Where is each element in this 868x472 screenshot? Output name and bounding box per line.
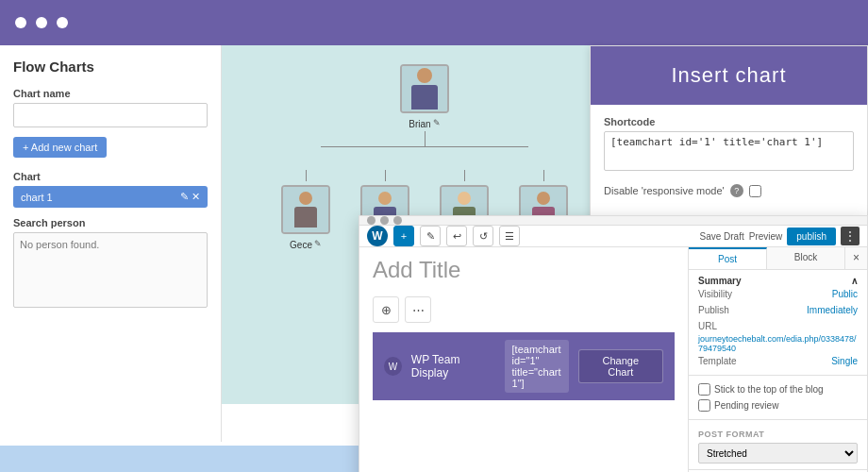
org-avatar-gece-img bbox=[283, 187, 328, 232]
publish-label: Publish bbox=[698, 305, 729, 315]
org-edit-gece[interactable]: ✎ bbox=[314, 239, 322, 248]
wp-shortcode-display: [teamchart id="1" title="chart 1"] bbox=[505, 340, 569, 393]
wp-block-toolbar: ⊕ ⋯ bbox=[373, 296, 675, 323]
chart-label: Chart bbox=[13, 171, 208, 182]
wp-editor-toolbar: W + ✎ ↩ ↺ ☰ Save Draft Preview publish ⋮ bbox=[359, 226, 867, 247]
wp-details-btn[interactable]: ☰ bbox=[499, 226, 520, 246]
shortcode-label: Shortcode bbox=[604, 116, 854, 127]
wp-team-bar: W WP Team Display [teamchart id="1" titl… bbox=[373, 332, 675, 400]
search-section: Search person No person found. bbox=[13, 217, 208, 308]
wp-url-row: URL bbox=[698, 318, 858, 334]
wp-sidebar-format-section: POST FORMAT Stretched bbox=[689, 420, 867, 470]
pending-review-checkbox[interactable] bbox=[698, 399, 710, 412]
org-top-person: Brian ✎ bbox=[400, 64, 449, 129]
wp-sidebar: Post Block × Summary ∧ Visibility Public bbox=[688, 247, 867, 472]
post-format-label: POST FORMAT bbox=[698, 430, 858, 439]
wp-sidebar-tab-post[interactable]: Post bbox=[689, 247, 767, 269]
stick-to-top-row: Stick to the top of the blog bbox=[698, 381, 858, 397]
wp-change-chart-button[interactable]: Change Chart bbox=[578, 349, 663, 383]
insert-chart-body: Shortcode [teamchart id='1' title='chart… bbox=[591, 105, 867, 209]
chart-select[interactable]: chart 1 ✎ ✕ bbox=[13, 186, 208, 208]
template-value[interactable]: Single bbox=[831, 356, 858, 366]
wp-save-draft-btn[interactable]: Save Draft bbox=[699, 231, 743, 242]
wp-sidebar-summary-section: Summary ∧ Visibility Public Publish Imme… bbox=[689, 270, 867, 376]
add-new-chart-button[interactable]: + Add new chart bbox=[13, 137, 107, 158]
url-label: URL bbox=[698, 321, 717, 331]
url-value[interactable]: journeytoechebalt.com/edia.php/0338478/7… bbox=[698, 334, 858, 353]
responsive-checkbox[interactable] bbox=[749, 185, 761, 197]
org-connector-h bbox=[222, 146, 627, 147]
wp-publish-row: Publish Immediately bbox=[698, 302, 858, 318]
org-top-edit-icon[interactable]: ✎ bbox=[433, 118, 441, 127]
post-format-select[interactable]: Stretched bbox=[698, 443, 858, 464]
search-person-label: Search person bbox=[13, 217, 208, 228]
wp-dot-3 bbox=[393, 216, 402, 225]
wp-team-label: WP Team Display bbox=[411, 353, 495, 379]
wp-editor-topbar bbox=[359, 216, 867, 226]
no-person-text: No person found. bbox=[20, 239, 99, 250]
wp-logo: W bbox=[367, 226, 388, 246]
pending-review-row: Pending review bbox=[698, 397, 858, 413]
org-top-node: Brian ✎ bbox=[222, 64, 627, 129]
wp-editor-content: Add Title ⊕ ⋯ W WP Team Display [teamcha… bbox=[359, 247, 688, 472]
wp-edit-btn[interactable]: ✎ bbox=[420, 226, 441, 246]
wp-dot-1 bbox=[367, 216, 376, 225]
chart-select-icons: ✎ ✕ bbox=[180, 191, 200, 203]
responsive-label: Disable 'responsive mode' bbox=[604, 185, 725, 196]
summary-chevron: ∧ bbox=[851, 276, 858, 286]
stick-to-top-label: Stick to the top of the blog bbox=[714, 384, 824, 395]
wp-preview-btn[interactable]: Preview bbox=[749, 231, 783, 242]
window-dot-3 bbox=[57, 17, 68, 28]
chart-name-input[interactable] bbox=[13, 103, 208, 127]
wp-block-globe-btn[interactable]: ⊕ bbox=[373, 296, 399, 323]
template-label: Template bbox=[698, 356, 737, 366]
chart-name-label: Chart name bbox=[13, 88, 208, 99]
wp-publish-btn[interactable]: publish bbox=[787, 228, 836, 245]
wp-sidebar-close-btn[interactable]: × bbox=[845, 247, 867, 269]
publish-value[interactable]: Immediately bbox=[807, 305, 858, 315]
top-bar bbox=[0, 0, 868, 45]
stick-to-top-checkbox[interactable] bbox=[698, 383, 710, 396]
org-name-gece: Gece bbox=[290, 240, 312, 250]
wp-team-logo: W bbox=[384, 357, 402, 376]
wp-block-dots-btn[interactable]: ⋯ bbox=[405, 296, 431, 323]
wp-sidebar-options-section: Stick to the top of the blog Pending rev… bbox=[689, 376, 867, 420]
wp-add-block-btn[interactable]: + bbox=[393, 226, 414, 246]
flow-charts-panel: Flow Charts Chart name + Add new chart C… bbox=[0, 45, 222, 442]
org-avatar-gece bbox=[281, 185, 330, 234]
responsive-info-icon: ? bbox=[730, 184, 743, 197]
wp-more-options-btn[interactable]: ⋮ bbox=[841, 227, 860, 245]
org-top-avatar-img bbox=[402, 66, 447, 111]
wp-redo-btn[interactable]: ↺ bbox=[473, 226, 493, 246]
org-top-avatar bbox=[400, 64, 449, 113]
wp-undo-btn[interactable]: ↩ bbox=[446, 226, 467, 246]
wp-editor: W + ✎ ↩ ↺ ☰ Save Draft Preview publish ⋮… bbox=[359, 215, 868, 472]
window-dot-1 bbox=[15, 17, 26, 28]
wp-template-row: Template Single bbox=[698, 353, 858, 369]
window-dot-2 bbox=[36, 17, 47, 28]
pending-review-label: Pending review bbox=[714, 400, 778, 411]
wp-add-title-placeholder[interactable]: Add Title bbox=[373, 257, 675, 283]
wp-sidebar-tab-block[interactable]: Block bbox=[767, 247, 845, 269]
visibility-value[interactable]: Public bbox=[832, 289, 858, 299]
insert-chart-header: Insert chart bbox=[591, 46, 867, 105]
chart-select-value: chart 1 bbox=[21, 192, 53, 203]
wp-dot-2 bbox=[380, 216, 389, 225]
wp-visibility-row: Visibility Public bbox=[698, 286, 858, 302]
wp-editor-body: Add Title ⊕ ⋯ W WP Team Display [teamcha… bbox=[359, 247, 867, 472]
shortcode-textarea[interactable]: [teamchart id='1' title='chart 1'] bbox=[604, 131, 854, 171]
wp-toolbar-right: Save Draft Preview publish ⋮ bbox=[699, 227, 860, 245]
wp-sidebar-tabs: Post Block × bbox=[689, 247, 867, 270]
org-connector-v bbox=[222, 131, 627, 146]
org-person-gece: Gece ✎ bbox=[281, 170, 330, 250]
wp-sidebar-summary-title: Summary ∧ bbox=[698, 276, 858, 286]
visibility-label: Visibility bbox=[698, 289, 732, 299]
responsive-row: Disable 'responsive mode' ? bbox=[604, 184, 854, 197]
main-area: Flow Charts Chart name + Add new chart C… bbox=[0, 45, 868, 472]
org-top-name: Brian bbox=[409, 119, 430, 129]
panel-title: Flow Charts bbox=[13, 59, 208, 75]
search-result-box: No person found. bbox=[13, 232, 208, 308]
